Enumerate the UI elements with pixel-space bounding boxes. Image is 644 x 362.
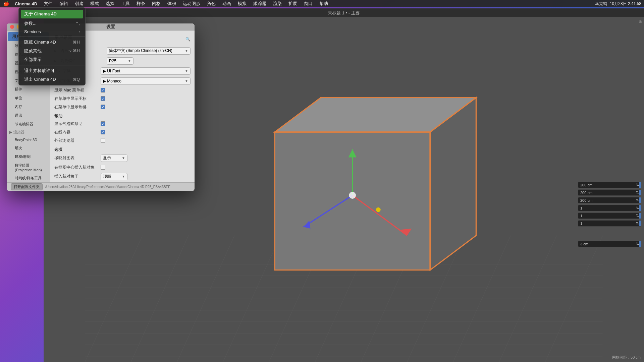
dialog-open-config-btn[interactable]: 打开配置文件夹 — [11, 183, 43, 190]
dropdown-hide-c4d[interactable]: 隐藏 Cinema 4D ⌘H — [19, 38, 85, 47]
attr-size-x-value[interactable]: 200 cm ⇅ — [578, 182, 641, 188]
dialog-showicon-check[interactable]: ✓ — [101, 96, 105, 101]
menubar-animate[interactable]: 动画 — [220, 0, 234, 7]
dialog-showhotkey-check[interactable]: ✓ — [101, 105, 105, 109]
dialog-insertcenter-label: 在框图中心插入新对象 — [54, 165, 98, 170]
attr-size-x-slider — [639, 182, 641, 188]
attr-seg-x-value[interactable]: 1 ⇅ — [578, 205, 641, 211]
menubar-spline[interactable]: 样条 — [134, 0, 148, 7]
attr-seg-y-slider — [639, 213, 641, 219]
attr-seg-y-arrows: ⇅ — [636, 214, 639, 218]
menubar-edit[interactable]: 编辑 — [57, 0, 71, 7]
dialog-insertat-select[interactable]: 顶部 ▼ — [101, 173, 127, 180]
apple-menu-icon[interactable]: 🍎 — [3, 0, 9, 7]
dialog-nav-renderer[interactable]: ▶ 渲染器 — [7, 129, 50, 136]
menubar-mode[interactable]: 模式 — [88, 0, 102, 7]
cinema4d-dropdown-menu: 关于 Cinema 4D 参数... ⌃, Services › 隐藏 Cine… — [18, 7, 86, 85]
dialog-nav-timeline[interactable]: 时间线/样条工具 — [8, 174, 49, 182]
dialog-nav-scene[interactable]: 场次 — [8, 144, 49, 152]
menubar-app-name[interactable]: Cinema 4D — [12, 1, 40, 7]
dialog-showicon-label: 在菜单中显示图标 — [54, 96, 98, 102]
menubar-mesh[interactable]: 网格 — [149, 0, 163, 7]
menubar-mograph[interactable]: 运动图形 — [180, 0, 203, 7]
dialog-options-title: 选项 — [54, 147, 191, 153]
dialog-online-check[interactable]: ✓ — [101, 130, 105, 134]
dialog-nav-memory[interactable]: 内存 — [8, 103, 49, 111]
dialog-showmacmenu-label: 显示 Mac 菜单栏 — [54, 87, 98, 93]
attr-size-z-slider — [639, 197, 641, 203]
attr-size-y-slider — [639, 190, 641, 195]
dropdown-services[interactable]: Services › — [19, 28, 85, 36]
attr-seg-y-value[interactable]: 1 ⇅ — [578, 213, 641, 219]
menubar-help[interactable]: 帮助 — [317, 0, 331, 7]
dialog-domainmap-row: 域映射图表 显示 ▼ — [54, 155, 191, 162]
dialog-nav-plugin[interactable]: 插件 — [8, 85, 49, 94]
dialog-nav-comm[interactable]: 通讯 — [8, 111, 49, 120]
dialog-showmacmenu-check[interactable]: ✓ — [101, 88, 105, 93]
dropdown-show-all[interactable]: 全部显示 — [19, 55, 85, 64]
dialog-showmacmenu-row: 显示 Mac 菜单栏 ✓ — [54, 87, 191, 93]
dialog-help-title: 帮助 — [54, 113, 191, 119]
dialog-nav-node-editor[interactable]: 节点编辑器 — [8, 120, 49, 128]
svg-point-36 — [349, 192, 356, 199]
dialog-nav-modeling[interactable]: 建模/雕刻 — [8, 153, 49, 161]
attr-seg-z-slider — [639, 221, 641, 226]
dialog-online-row: 在线内容 ✓ — [54, 129, 191, 135]
dialog-nav-bp3d[interactable]: BodyPaint 3D — [8, 136, 49, 143]
dropdown-separator-2 — [19, 65, 85, 65]
window-title: 未标题 1 • - 主要 — [328, 10, 360, 16]
menubar-window[interactable]: 窗口 — [301, 0, 315, 7]
window-titlebar: 未标题 1 • - 主要 — [44, 8, 644, 18]
dialog-insertcenter-check[interactable] — [101, 165, 105, 170]
dialog-close-btn[interactable] — [10, 25, 14, 29]
dialog-search-icon[interactable]: 🔍 — [185, 37, 191, 42]
attr-size-y-arrows: ⇅ — [636, 190, 639, 195]
dialog-extbrowser-row: 外部浏览器 — [54, 138, 191, 143]
menubar-extend[interactable]: 扩展 — [286, 0, 300, 7]
menubar-render[interactable]: 渲染 — [270, 0, 284, 7]
menubar-right: 马克鸣 10月28日 2:41:58 — [595, 1, 641, 7]
dialog-guifont-select[interactable]: ▶ UI Font ▼ — [101, 67, 191, 75]
attr-seg-z-value[interactable]: 1 ⇅ — [578, 220, 641, 227]
menubar-create[interactable]: 创建 — [72, 0, 86, 7]
lang-dropdown-arrow: ▼ — [185, 49, 188, 53]
dialog-title: 设置 — [106, 24, 115, 30]
menubar-volume[interactable]: 体积 — [165, 0, 179, 7]
dialog-lang-select[interactable]: 简体中文 (Simple Chinese) (zh-CN) ▼ — [107, 47, 191, 55]
dialog-extbrowser-check[interactable] — [101, 138, 105, 143]
dialog-monofont-select[interactable]: ▶ Monaco ▼ — [101, 77, 191, 85]
attr-fillet-radius-value[interactable]: 3 cm ⇅ — [578, 241, 641, 247]
menubar-file[interactable]: 文件 — [41, 0, 55, 7]
dropdown-about[interactable]: 关于 Cinema 4D — [21, 10, 83, 18]
dropdown-hide-others[interactable]: 隐藏其他 ⌥⌘H — [19, 47, 85, 55]
menubar-select[interactable]: 选择 — [103, 0, 117, 7]
menubar-time: 10月28日 2:41:58 — [610, 1, 641, 7]
dialog-nav-pm[interactable]: 数字绘景 (Projection Man) — [8, 161, 49, 174]
menubar-simulate[interactable]: 模拟 — [235, 0, 249, 7]
menubar-tools[interactable]: 工具 — [118, 0, 132, 7]
dialog-config-path: /Users/davdian-289/Library/Preferences/M… — [45, 185, 170, 189]
dropdown-preferences[interactable]: 参数... ⌃, — [19, 19, 85, 28]
dialog-footer: 打开配置文件夹 /Users/davdian-289/Library/Prefe… — [7, 182, 195, 191]
services-arrow-icon: › — [79, 30, 80, 34]
menubar-character[interactable]: 角色 — [204, 0, 218, 7]
svg-point-37 — [376, 207, 381, 212]
dialog-showicon-row: 在菜单中显示图标 ✓ — [54, 96, 191, 102]
dialog-tooltip-row: 显示气泡式帮助 ✓ — [54, 121, 191, 127]
renderer-arrow: ▶ — [9, 130, 12, 134]
dialog-showhotkey-label: 在菜单中显示热键 — [54, 104, 98, 110]
dialog-nav-unit[interactable]: 单位 — [8, 94, 49, 102]
dialog-domainmap-select[interactable]: 显示 ▼ — [101, 155, 127, 162]
dropdown-quit[interactable]: 退出 Cinema 4D ⌘Q — [19, 75, 85, 84]
dialog-tooltip-check[interactable]: ✓ — [101, 121, 105, 126]
attr-fillet-radius-slider — [639, 241, 641, 247]
menubar-user: 马克鸣 — [595, 1, 607, 7]
dialog-highlight-select[interactable]: R25 ▼ — [107, 57, 133, 65]
dialog-insertat-row: 插入新对象于 顶部 ▼ — [54, 173, 191, 180]
attr-size-z-value[interactable]: 200 cm ⇅ — [578, 197, 641, 203]
attr-size-y-value[interactable]: 200 cm ⇅ — [578, 189, 641, 196]
dropdown-release-license[interactable]: 退出并释放许可 — [19, 66, 85, 75]
menubar-tracker[interactable]: 跟踪器 — [251, 0, 269, 7]
dialog-domainmap-label: 域映射图表 — [54, 155, 98, 161]
dialog-tooltip-label: 显示气泡式帮助 — [54, 121, 98, 127]
